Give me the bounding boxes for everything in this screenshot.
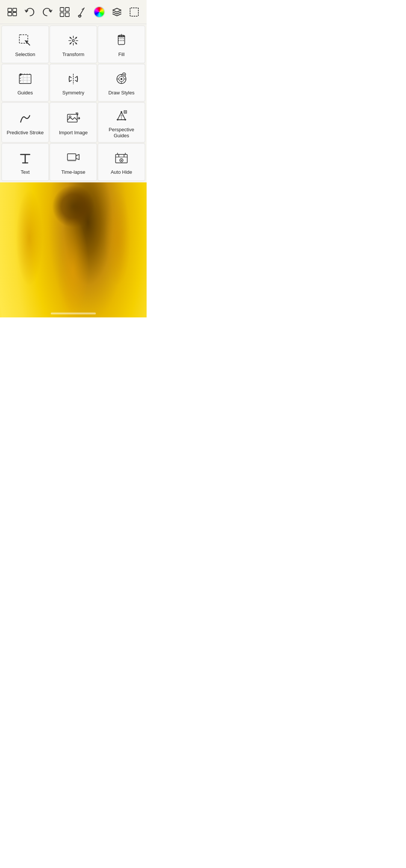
- import-image-icon: [66, 111, 80, 127]
- toolbar: [0, 0, 147, 24]
- svg-point-24: [117, 119, 118, 120]
- symmetry-icon: [66, 71, 80, 87]
- svg-rect-26: [67, 154, 76, 160]
- menu-item-selection[interactable]: Selection: [2, 26, 49, 63]
- import-image-label: Import Image: [59, 130, 88, 136]
- svg-point-11: [72, 40, 74, 42]
- svg-rect-3: [13, 12, 17, 16]
- svg-rect-1: [8, 12, 12, 16]
- undo-button[interactable]: [21, 4, 38, 20]
- grid-view-button[interactable]: [56, 4, 73, 20]
- text-label: Text: [21, 169, 30, 175]
- layers-button[interactable]: [109, 4, 125, 20]
- svg-rect-9: [130, 8, 138, 16]
- time-lapse-icon: [66, 150, 80, 166]
- color-wheel-icon: [94, 6, 105, 18]
- menu-item-auto-hide[interactable]: Auto Hide: [98, 143, 145, 181]
- predictive-stroke-label: Predictive Stroke: [7, 130, 44, 136]
- menu-item-fill[interactable]: Fill: [98, 26, 145, 63]
- predictive-stroke-icon: [18, 111, 32, 127]
- svg-rect-2: [13, 8, 17, 12]
- svg-point-23: [121, 111, 122, 112]
- perspective-guides-icon: [114, 108, 129, 124]
- svg-rect-14: [19, 74, 31, 83]
- auto-hide-label: Auto Hide: [111, 169, 132, 175]
- transform-icon: [66, 33, 80, 49]
- menu-item-time-lapse[interactable]: Time-lapse: [50, 143, 97, 181]
- svg-point-30: [121, 160, 122, 161]
- svg-rect-5: [65, 8, 69, 11]
- menu-item-guides[interactable]: Guides: [2, 64, 49, 102]
- fill-label: Fill: [118, 52, 125, 58]
- svg-point-25: [124, 119, 126, 120]
- auto-hide-icon: [114, 150, 129, 166]
- selection-label: Selection: [15, 52, 35, 58]
- redo-button[interactable]: [39, 4, 56, 20]
- svg-point-15: [20, 74, 21, 76]
- fill-icon: [114, 33, 129, 49]
- transform-label: Transform: [62, 52, 85, 58]
- selection-mode-button[interactable]: [126, 4, 142, 20]
- menu-item-draw-styles[interactable]: Draw Styles: [98, 64, 145, 102]
- selection-icon: [18, 33, 32, 49]
- menu-item-transform[interactable]: Transform: [50, 26, 97, 63]
- draw-styles-label: Draw Styles: [108, 90, 134, 96]
- perspective-guides-label: Perspective Guides: [101, 127, 142, 138]
- guides-icon: [18, 71, 32, 87]
- menu-item-perspective-guides[interactable]: Perspective Guides: [98, 102, 145, 143]
- home-indicator: [51, 313, 96, 314]
- svg-rect-21: [67, 114, 77, 122]
- menu-panel: Selection Transform: [0, 24, 147, 182]
- menu-item-symmetry[interactable]: Symmetry: [50, 64, 97, 102]
- menu-item-text[interactable]: Text: [2, 143, 49, 181]
- svg-rect-4: [60, 8, 64, 11]
- color-button[interactable]: [91, 4, 108, 20]
- svg-rect-0: [8, 8, 12, 12]
- svg-point-18: [120, 78, 122, 80]
- menu-item-predictive-stroke[interactable]: Predictive Stroke: [2, 102, 49, 143]
- menu-item-import-image[interactable]: Import Image: [50, 102, 97, 143]
- svg-point-20: [123, 74, 124, 75]
- time-lapse-label: Time-lapse: [61, 169, 85, 175]
- guides-label: Guides: [17, 90, 33, 96]
- draw-styles-icon: [114, 71, 129, 87]
- menu-button[interactable]: [4, 4, 21, 20]
- svg-rect-6: [60, 13, 64, 17]
- svg-rect-7: [65, 13, 69, 17]
- brush-button[interactable]: [74, 4, 90, 20]
- text-icon: [18, 150, 32, 166]
- symmetry-label: Symmetry: [62, 90, 85, 96]
- svg-rect-27: [67, 161, 76, 162]
